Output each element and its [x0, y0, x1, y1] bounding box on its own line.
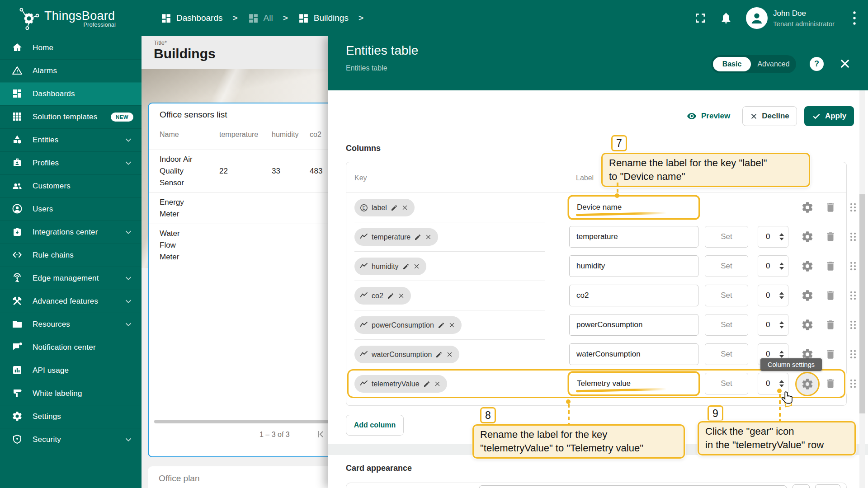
card-appearance-control[interactable]	[793, 484, 810, 488]
add-column-button[interactable]: Add column	[346, 415, 404, 436]
sidebar-item[interactable]: API usage	[0, 359, 142, 382]
edit-key-icon[interactable]	[414, 234, 421, 241]
decline-button[interactable]: Decline	[742, 106, 797, 126]
sidebar-item[interactable]: Entities	[0, 128, 142, 151]
remove-key-icon[interactable]	[413, 263, 420, 270]
user-info[interactable]: John Doe Tenant administrator	[773, 9, 835, 28]
key-chip[interactable]: waterConsumption	[354, 346, 459, 363]
breadcrumb-item[interactable]: All	[248, 13, 273, 24]
key-chip[interactable]: powerConsumption	[354, 316, 462, 334]
more-menu-icon[interactable]	[853, 10, 856, 26]
label-input[interactable]: waterConsumption	[569, 343, 698, 365]
sidebar-item[interactable]: Customers	[0, 174, 142, 197]
width-stepper[interactable]: 0	[758, 255, 788, 277]
close-icon[interactable]	[839, 57, 851, 70]
delete-column-button[interactable]	[825, 290, 836, 301]
preview-button[interactable]: Preview	[686, 106, 730, 126]
sidebar-item[interactable]: Advanced features	[0, 290, 142, 313]
column-settings-button[interactable]	[801, 201, 814, 214]
horizontal-scrollbar[interactable]	[154, 420, 328, 423]
edit-key-icon[interactable]	[387, 292, 394, 300]
column-settings-button[interactable]	[801, 289, 814, 302]
avatar[interactable]	[746, 7, 768, 29]
label-input[interactable]: humidity	[569, 255, 698, 277]
sidebar-item[interactable]: Users	[0, 197, 142, 221]
fullscreen-icon[interactable]	[694, 12, 706, 24]
stepper-arrows[interactable]	[779, 321, 784, 328]
sidebar-item[interactable]: Alarms	[0, 59, 142, 82]
sidebar-item[interactable]: Security	[0, 428, 142, 451]
key-chip[interactable]: temperature	[354, 228, 438, 246]
first-page-icon[interactable]	[315, 429, 326, 440]
label-input[interactable]: powerConsumption	[569, 314, 698, 336]
set-button[interactable]: Set	[705, 314, 748, 336]
drag-handle[interactable]	[849, 378, 857, 389]
sidebar-item[interactable]: Settings	[0, 405, 142, 428]
sidebar-item[interactable]: Home	[0, 36, 142, 59]
drag-handle[interactable]	[849, 290, 857, 301]
stepper-arrows[interactable]	[779, 292, 784, 299]
remove-key-icon[interactable]	[425, 234, 432, 241]
label-input[interactable]: co2	[569, 285, 698, 306]
delete-column-button[interactable]	[825, 319, 836, 331]
width-stepper[interactable]: 0	[758, 226, 788, 248]
tab-basic[interactable]: Basic	[713, 57, 751, 71]
dialog-scrollbar-thumb[interactable]	[859, 194, 865, 413]
breadcrumb-item[interactable]: Buildings	[298, 13, 349, 24]
stepper-arrows[interactable]	[779, 380, 784, 387]
drag-handle[interactable]	[849, 260, 857, 272]
label-input[interactable]: Telemetry value	[569, 373, 698, 394]
sidebar-item[interactable]: Rule chains	[0, 244, 142, 267]
dashboard-title[interactable]: Buildings	[154, 46, 216, 61]
stepper-arrows[interactable]	[779, 263, 784, 270]
card-appearance-input[interactable]	[479, 485, 787, 488]
delete-column-button[interactable]	[825, 260, 836, 272]
help-icon[interactable]: ?	[810, 57, 824, 71]
column-settings-button[interactable]	[801, 260, 814, 272]
label-input[interactable]: Device name	[569, 197, 698, 218]
label-input[interactable]: temperature	[569, 226, 698, 248]
sidebar-item[interactable]: Solution templates NEW	[0, 105, 142, 128]
sidebar-item[interactable]: Resources	[0, 313, 142, 336]
width-stepper[interactable]: 0	[758, 314, 788, 336]
column-settings-button[interactable]	[801, 319, 814, 331]
drag-handle[interactable]	[849, 319, 857, 331]
remove-key-icon[interactable]	[434, 380, 441, 388]
remove-key-icon[interactable]	[398, 292, 405, 300]
set-button[interactable]: Set	[705, 285, 748, 306]
notifications-bell-icon[interactable]	[720, 11, 732, 25]
breadcrumb-item[interactable]: Dashboards	[160, 13, 222, 24]
delete-column-button[interactable]	[825, 202, 836, 213]
sidebar-item[interactable]: Profiles	[0, 151, 142, 174]
key-chip[interactable]: E label	[354, 199, 415, 216]
delete-column-button[interactable]	[825, 378, 836, 389]
delete-column-button[interactable]	[825, 348, 836, 360]
sidebar-item[interactable]: Integrations center	[0, 221, 142, 244]
column-settings-button[interactable]	[801, 230, 814, 243]
set-button[interactable]: Set	[705, 226, 748, 248]
sidebar-item[interactable]: Edge management	[0, 267, 142, 290]
key-chip[interactable]: humidity	[354, 258, 426, 275]
remove-key-icon[interactable]	[446, 351, 453, 358]
key-chip[interactable]: telemetryValue	[354, 375, 447, 393]
edit-key-icon[interactable]	[423, 380, 430, 388]
width-stepper[interactable]: 0	[758, 285, 788, 306]
edit-key-icon[interactable]	[435, 351, 443, 358]
delete-column-button[interactable]	[825, 231, 836, 243]
edit-key-icon[interactable]	[438, 322, 445, 329]
set-button[interactable]: Set	[705, 255, 748, 277]
card-appearance-control[interactable]	[815, 484, 840, 488]
drag-handle[interactable]	[849, 348, 857, 360]
remove-key-icon[interactable]	[448, 322, 456, 329]
column-settings-button[interactable]	[795, 372, 820, 396]
sidebar-item[interactable]: White labeling	[0, 382, 142, 405]
width-stepper[interactable]: 0	[758, 373, 788, 394]
thingsboard-logo[interactable]: ThingsBoard Professional	[18, 0, 115, 36]
sidebar-item[interactable]: Dashboards	[0, 82, 142, 105]
apply-button[interactable]: Apply	[804, 106, 854, 126]
drag-handle[interactable]	[849, 202, 857, 213]
sidebar-item[interactable]: Notification center	[0, 336, 142, 359]
set-button[interactable]: Set	[705, 373, 748, 394]
remove-key-icon[interactable]	[401, 204, 409, 211]
edit-key-icon[interactable]	[391, 204, 398, 211]
